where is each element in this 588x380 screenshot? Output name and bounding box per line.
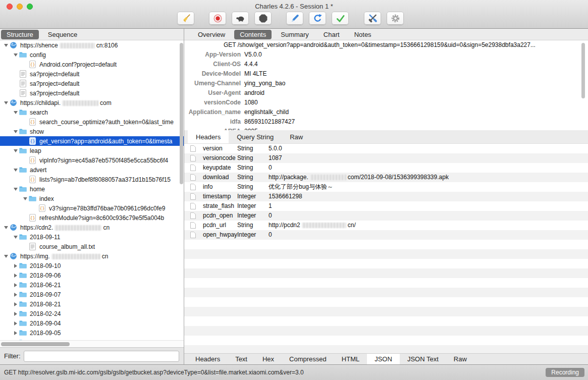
- disclosure-triangle[interactable]: [21, 197, 29, 200]
- tree-vertical-scroll-thumb[interactable]: [180, 43, 183, 184]
- response-table-row[interactable]: pcdn_openInteger0: [184, 211, 588, 221]
- validate-check-button[interactable]: [332, 12, 349, 25]
- tree-item[interactable]: 2018-09-07: [0, 290, 184, 299]
- tree-item[interactable]: config: [0, 50, 184, 60]
- settings-gear-button[interactable]: [387, 12, 404, 25]
- tab-chart[interactable]: Chart: [318, 30, 345, 39]
- response-tab-html[interactable]: HTML: [334, 354, 367, 364]
- json-key: timestamp: [203, 192, 237, 201]
- json-type: Integer: [237, 201, 269, 211]
- tree-item[interactable]: {}get_version?app=android&auth_token=0&t…: [0, 136, 184, 146]
- request-tab-query-string[interactable]: Query String: [229, 130, 282, 143]
- page-icon: [190, 192, 197, 201]
- tree-item[interactable]: {}search_course_optimize?auth_token=0&la…: [0, 117, 184, 127]
- filter-input[interactable]: [24, 351, 179, 362]
- tree-item[interactable]: {}vipInfo?sign=ec45a87eb5750f485e5cca55b…: [0, 155, 184, 165]
- tree-item[interactable]: https://shencecn:8106: [0, 40, 184, 50]
- broom-button[interactable]: [177, 12, 194, 25]
- tree-item[interactable]: 2018-09-04: [0, 318, 184, 328]
- response-table-row[interactable]: downloadStringhttp://package.com/2018-09…: [184, 173, 588, 182]
- tree-item[interactable]: {}Android.conf?project=default: [0, 60, 184, 69]
- tree-item[interactable]: 2018-09-11: [0, 232, 184, 242]
- tree-item[interactable]: https://img.cn: [0, 251, 184, 261]
- disclosure-triangle[interactable]: [12, 331, 19, 335]
- tree-horizontal-scrollbar[interactable]: [0, 340, 184, 347]
- response-table-row[interactable]: versioncodeString1087: [184, 153, 588, 163]
- response-tab-json[interactable]: JSON: [367, 354, 400, 364]
- response-table-row[interactable]: strate_flashInteger1: [184, 201, 588, 211]
- tree-item[interactable]: index: [0, 194, 184, 203]
- response-table-row[interactable]: pcdn_urlStringhttp://pcdn2cn/: [184, 221, 588, 230]
- response-table-row[interactable]: versionString5.0.0: [184, 144, 588, 153]
- response-table-row[interactable]: timestampInteger1536661298: [184, 192, 588, 201]
- disclosure-triangle[interactable]: [12, 130, 19, 133]
- tree-item[interactable]: leap: [0, 146, 184, 155]
- disclosure-triangle[interactable]: [2, 226, 10, 229]
- request-tab-raw[interactable]: Raw: [282, 130, 311, 143]
- response-table-row[interactable]: infoString优化了部分bug与体验～: [184, 182, 588, 192]
- response-tab-compressed[interactable]: Compressed: [282, 354, 334, 364]
- response-tab-headers[interactable]: Headers: [188, 354, 228, 364]
- disclosure-triangle[interactable]: [12, 169, 19, 172]
- disclosure-triangle[interactable]: [12, 283, 19, 287]
- tree-item[interactable]: search: [0, 107, 184, 117]
- request-tab-headers[interactable]: Headers: [188, 130, 229, 143]
- tab-sequence[interactable]: Sequence: [42, 30, 83, 39]
- tree-item[interactable]: https://cdn2.cn: [0, 223, 184, 232]
- throttle-tortoise-button[interactable]: [232, 12, 249, 25]
- tree-item-label: config: [30, 51, 46, 59]
- disclosure-triangle[interactable]: [12, 149, 19, 152]
- tab-summary[interactable]: Summary: [275, 30, 314, 39]
- repeat-refresh-button[interactable]: [309, 12, 326, 25]
- tree-item[interactable]: 2018-09-10: [0, 261, 184, 270]
- tab-notes[interactable]: Notes: [349, 30, 377, 39]
- disclosure-triangle[interactable]: [12, 312, 19, 316]
- record-button[interactable]: [209, 12, 226, 25]
- folder-icon: [19, 233, 27, 241]
- tree-item[interactable]: 2018-02-24: [0, 309, 184, 318]
- tab-overview[interactable]: Overview: [192, 30, 231, 39]
- disclosure-triangle[interactable]: [12, 188, 19, 191]
- disclosure-triangle[interactable]: [12, 53, 19, 57]
- tree-item[interactable]: 2018-08-21: [0, 299, 184, 309]
- tree-item[interactable]: home: [0, 184, 184, 194]
- disclosure-triangle[interactable]: [12, 302, 19, 306]
- tab-contents[interactable]: Contents: [234, 30, 272, 39]
- tree-item[interactable]: sa?project=default: [0, 79, 184, 88]
- disclosure-triangle[interactable]: [2, 255, 10, 258]
- tree-item[interactable]: {}lists?sign=ab7dbef8f8088057aa371d1b15b…: [0, 175, 184, 184]
- response-tab-text[interactable]: Text: [228, 354, 255, 364]
- response-table-row[interactable]: keyupdateString0: [184, 163, 588, 173]
- disclosure-triangle[interactable]: [12, 236, 19, 239]
- tree-item[interactable]: course_album_all.txt: [0, 242, 184, 251]
- tree-item[interactable]: sa?project=default: [0, 69, 184, 79]
- tree-item[interactable]: https://childapi.com: [0, 98, 184, 107]
- response-table-row[interactable]: open_hwpayInteger0: [184, 230, 588, 240]
- tree-item[interactable]: 2018-09-05: [0, 328, 184, 338]
- tree-item[interactable]: show: [0, 127, 184, 136]
- disclosure-triangle[interactable]: [12, 111, 19, 114]
- disclosure-triangle[interactable]: [12, 321, 19, 325]
- overview-vertical-scroll-thumb[interactable]: [581, 43, 585, 98]
- tree-item[interactable]: advert: [0, 165, 184, 175]
- response-tab-hex[interactable]: Hex: [255, 354, 282, 364]
- page-icon: [190, 153, 197, 163]
- svg-text:{}: {}: [30, 216, 35, 221]
- tree-item[interactable]: {}v3?sign=e78b3ffd76bae70b0961c96dc0fe9: [0, 203, 184, 213]
- breakpoints-stop-button[interactable]: [254, 12, 272, 25]
- tab-structure[interactable]: Structure: [1, 30, 39, 39]
- tree-item[interactable]: 2018-09-06: [0, 270, 184, 280]
- response-tab-raw[interactable]: Raw: [446, 354, 474, 364]
- tree-horizontal-scroll-thumb[interactable]: [1, 342, 70, 346]
- compose-pen-button[interactable]: [286, 12, 303, 25]
- disclosure-triangle[interactable]: [2, 101, 10, 104]
- tree-item[interactable]: sa?project=default: [0, 88, 184, 98]
- disclosure-triangle[interactable]: [2, 44, 10, 47]
- tree-item[interactable]: 2018-06-21: [0, 280, 184, 290]
- disclosure-triangle[interactable]: [12, 274, 19, 278]
- tree-item[interactable]: {}refreshModule?sign=8c600c936c79e5f5a00…: [0, 213, 184, 223]
- disclosure-triangle[interactable]: [12, 293, 19, 297]
- response-tab-json-text[interactable]: JSON Text: [400, 354, 446, 364]
- tools-wrench-button[interactable]: [364, 12, 381, 25]
- disclosure-triangle[interactable]: [12, 264, 19, 268]
